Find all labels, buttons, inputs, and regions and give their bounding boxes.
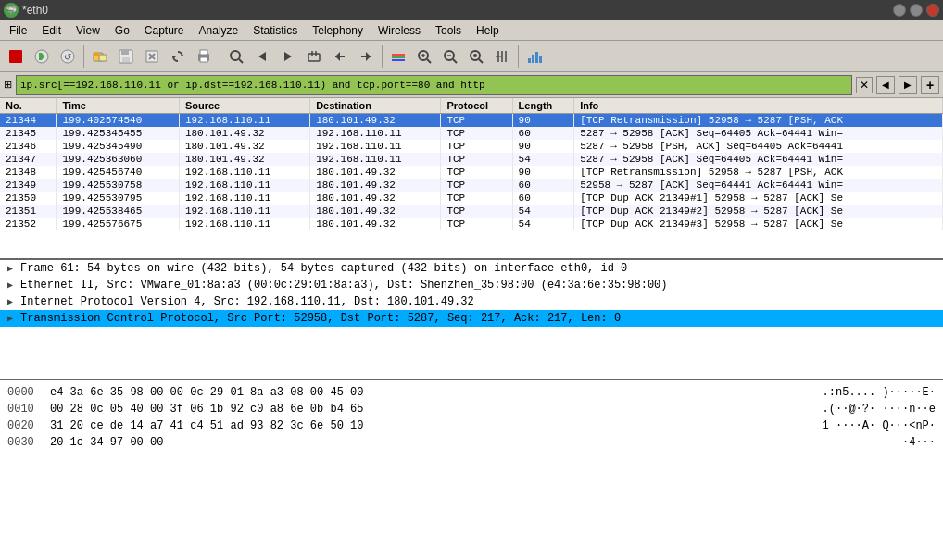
go-forward-button[interactable] [276,44,300,68]
go-back-button[interactable] [250,44,274,68]
table-row[interactable]: 21351199.425538465192.168.110.11180.101.… [0,205,943,218]
svg-marker-26 [335,52,340,61]
toolbar-sep-4 [518,45,519,68]
close-button[interactable] [926,4,939,17]
detail-item-text: Ethernet II, Src: VMware_01:8a:a3 (00:0c… [20,279,668,292]
svg-text:↺: ↺ [64,52,71,62]
menu-go[interactable]: Go [107,22,137,39]
packet-list[interactable]: No. Time Source Destination Protocol Len… [0,98,943,260]
app-icon: 🦈 [4,3,19,18]
menu-help[interactable]: Help [469,22,507,39]
svg-rect-46 [528,58,531,63]
svg-rect-16 [200,50,207,55]
svg-rect-17 [200,57,207,62]
window-title: *eth0 [22,4,48,17]
svg-rect-9 [122,57,130,62]
menu-wireless[interactable]: Wireless [371,22,428,39]
hex-ascii: ·4··· [902,434,936,451]
detail-item-frame[interactable]: ▶Frame 61: 54 bytes on wire (432 bits), … [0,260,943,277]
table-row[interactable]: 21346199.425345490180.101.49.32192.168.1… [0,140,943,153]
restart-capture-button[interactable]: ↺ [56,44,80,68]
filter-input[interactable] [17,80,851,91]
menu-capture[interactable]: Capture [137,22,192,39]
hex-line: 003020 1c 34 97 00 00 ·4··· [7,434,936,451]
table-row[interactable]: 21352199.425576675192.168.110.11180.101.… [0,218,943,230]
reload-file-button[interactable] [166,44,190,68]
svg-marker-28 [366,52,371,61]
save-file-button[interactable] [114,44,138,68]
menu-analyze[interactable]: Analyze [192,22,246,39]
hex-bytes: 20 1c 34 97 00 00 [50,434,895,451]
hex-offset: 0000 [7,384,43,401]
resize-columns-button[interactable] [490,44,514,68]
start-capture-button[interactable] [4,44,28,68]
table-row[interactable]: 21350199.425530795192.168.110.11180.101.… [0,192,943,205]
hex-bytes: 00 28 0c 05 40 00 3f 06 1b 92 c0 a8 6e 0… [50,401,815,417]
hex-ascii: .(··@·?· ····n··e [823,401,936,417]
colorize-button[interactable] [386,44,410,68]
filter-add-button[interactable]: + [921,76,939,94]
svg-rect-47 [532,55,534,63]
hex-offset: 0020 [7,417,43,434]
open-file-button[interactable] [88,44,112,68]
normal-size-button[interactable] [464,44,488,68]
detail-item-text: Transmission Control Protocol, Src Port:… [20,312,621,325]
filter-prev-button[interactable]: ◀ [876,76,895,94]
stop-capture-button[interactable] [30,44,54,68]
expand-arrow-icon: ▶ [7,280,17,291]
table-row[interactable]: 21348199.425456740192.168.110.11180.101.… [0,166,943,179]
toolbar: ↺ [0,41,943,72]
io-graph-button[interactable] [522,44,547,68]
detail-item-tcp[interactable]: ▶Transmission Control Protocol, Src Port… [0,310,943,327]
minimize-button[interactable] [893,4,906,17]
svg-rect-22 [308,54,320,61]
table-row[interactable]: 21344199.402574540192.168.110.11180.101.… [0,114,943,128]
menu-tools[interactable]: Tools [428,22,469,39]
next-packet-button[interactable] [354,44,378,68]
table-row[interactable]: 21347199.425363060180.101.49.32192.168.1… [0,153,943,166]
go-to-packet-button[interactable] [302,44,326,68]
expand-arrow-icon: ▶ [7,296,17,307]
close-file-button[interactable] [140,44,164,68]
toolbar-sep-3 [382,45,383,68]
detail-item-text: Internet Protocol Version 4, Src: 192.16… [20,295,474,308]
zoom-out-button[interactable] [438,44,462,68]
col-destination: Destination [310,98,441,114]
filter-label: ⊞ [4,79,12,91]
expand-arrow-icon: ▶ [7,313,17,324]
filter-input-wrap [16,75,852,95]
table-row[interactable]: 21345199.425345455180.101.49.32192.168.1… [0,127,943,140]
toolbar-sep-2 [220,45,220,68]
packet-detail[interactable]: ▶Frame 61: 54 bytes on wire (432 bits), … [0,260,943,380]
menu-statistics[interactable]: Statistics [245,22,305,39]
title-bar: 🦈 *eth0 [0,0,943,20]
hex-offset: 0010 [7,401,43,417]
menu-file[interactable]: File [2,22,34,39]
table-row[interactable]: 21349199.425530758192.168.110.11180.101.… [0,179,943,192]
filter-clear-button[interactable]: ✕ [856,77,873,93]
expand-arrow-icon: ▶ [7,263,17,274]
filter-next-button[interactable]: ▶ [899,76,917,94]
hex-offset: 0030 [7,434,43,451]
menu-view[interactable]: View [69,22,107,39]
find-packet-button[interactable] [224,44,248,68]
col-time: Time [57,98,179,114]
svg-rect-49 [539,56,542,63]
menu-edit[interactable]: Edit [34,22,69,39]
svg-rect-29 [392,54,405,56]
zoom-in-button[interactable] [412,44,436,68]
hex-line: 001000 28 0c 05 40 00 3f 06 1b 92 c0 a8 … [7,401,936,417]
col-protocol: Protocol [441,98,512,114]
hex-line: 002031 20 ce de 14 a7 41 c4 51 ad 93 82 … [7,417,936,434]
menu-telephony[interactable]: Telephony [305,22,371,39]
maximize-button[interactable] [910,4,923,17]
detail-item-ip[interactable]: ▶Internet Protocol Version 4, Src: 192.1… [0,293,943,310]
prev-packet-button[interactable] [328,44,352,68]
svg-line-40 [479,59,483,63]
svg-point-41 [473,54,477,57]
detail-item-ethernet[interactable]: ▶Ethernet II, Src: VMware_01:8a:a3 (00:0… [0,277,943,293]
svg-marker-21 [284,52,292,61]
svg-rect-48 [535,52,538,63]
print-button[interactable] [192,44,216,68]
main-content: No. Time Source Destination Protocol Len… [0,98,943,560]
